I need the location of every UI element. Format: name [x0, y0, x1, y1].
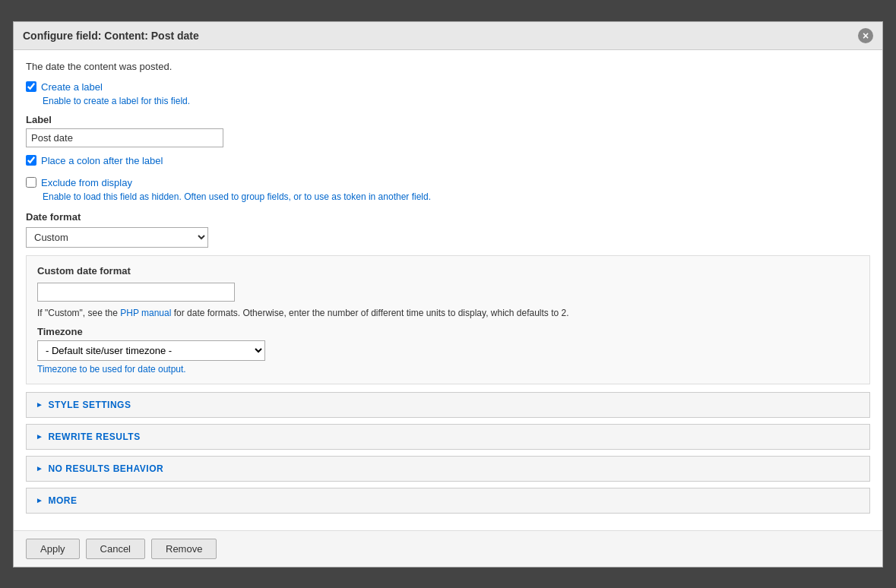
dialog-title: Configure field: Content: Post date	[23, 30, 199, 42]
custom-hint-after: for date formats. Otherwise, enter the n…	[171, 308, 568, 318]
no-results-section: ► NO RESULTS BEHAVIOR	[26, 456, 870, 482]
close-button[interactable]: ×	[858, 28, 873, 43]
create-label-checkbox[interactable]	[26, 81, 36, 92]
rewrite-results-section: ► REWRITE RESULTS	[26, 424, 870, 450]
dialog-titlebar: Configure field: Content: Post date ×	[14, 22, 882, 50]
apply-button[interactable]: Apply	[26, 539, 80, 559]
configure-field-dialog: Configure field: Content: Post date × Th…	[13, 21, 883, 567]
exclude-row: Exclude from display	[26, 177, 870, 188]
style-settings-arrow-icon: ►	[36, 400, 43, 409]
cancel-button[interactable]: Cancel	[86, 539, 145, 559]
php-manual-link[interactable]: PHP manual	[120, 308, 171, 318]
more-header[interactable]: ► MORE	[27, 488, 869, 513]
colon-checkbox[interactable]	[26, 155, 36, 166]
custom-date-title: Custom date format	[37, 265, 859, 277]
exclude-hint: Enable to load this field as hidden. Oft…	[43, 191, 870, 202]
collapsible-sections: ► STYLE SETTINGS ► REWRITE RESULTS ► NO …	[26, 392, 870, 514]
custom-date-hint: If "Custom", see the PHP manual for date…	[37, 308, 859, 318]
dialog-body: The date the content was posted. Create …	[14, 50, 882, 530]
dialog-footer: Apply Cancel Remove	[14, 530, 882, 567]
custom-hint-before: If "Custom", see the	[37, 308, 120, 318]
create-label-hint: Enable to create a label for this field.	[43, 96, 870, 106]
style-settings-header[interactable]: ► STYLE SETTINGS	[27, 393, 869, 417]
more-label: MORE	[48, 495, 77, 506]
create-label-row: Create a label	[26, 81, 870, 93]
rewrite-results-header[interactable]: ► REWRITE RESULTS	[27, 425, 869, 449]
colon-label[interactable]: Place a colon after the label	[41, 155, 163, 166]
rewrite-results-label: REWRITE RESULTS	[48, 432, 140, 442]
timezone-label: Timezone	[37, 326, 859, 337]
style-settings-label: STYLE SETTINGS	[48, 400, 131, 410]
exclude-checkbox[interactable]	[26, 177, 36, 188]
style-settings-section: ► STYLE SETTINGS	[26, 392, 870, 418]
more-arrow-icon: ►	[36, 496, 43, 504]
no-results-label: NO RESULTS BEHAVIOR	[48, 463, 163, 474]
field-description: The date the content was posted.	[26, 61, 870, 72]
custom-date-section: Custom date format If "Custom", see the …	[26, 255, 870, 384]
custom-date-input[interactable]	[37, 283, 235, 302]
more-section: ► MORE	[26, 488, 870, 514]
remove-button[interactable]: Remove	[151, 539, 217, 559]
timezone-select[interactable]: - Default site/user timezone - UTC Ameri…	[37, 340, 265, 361]
no-results-arrow-icon: ►	[36, 464, 43, 473]
timezone-hint: Timezone to be used for date output.	[37, 364, 859, 375]
colon-row: Place a colon after the label	[26, 155, 870, 166]
label-input[interactable]	[26, 128, 223, 147]
create-label-label[interactable]: Create a label	[41, 81, 103, 93]
rewrite-results-arrow-icon: ►	[36, 432, 43, 441]
date-format-select[interactable]: Custom Short format Medium format Long f…	[26, 227, 208, 248]
exclude-label[interactable]: Exclude from display	[41, 177, 132, 188]
label-field-label: Label	[26, 114, 870, 125]
date-format-label: Date format	[26, 211, 870, 223]
no-results-header[interactable]: ► NO RESULTS BEHAVIOR	[27, 457, 869, 481]
